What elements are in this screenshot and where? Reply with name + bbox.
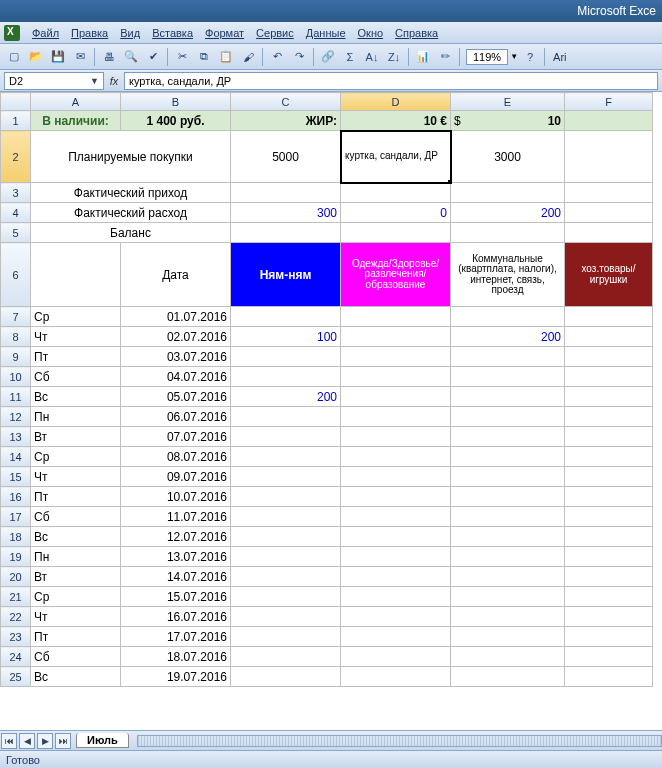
cell[interactable] — [451, 527, 565, 547]
cell[interactable] — [451, 587, 565, 607]
cell[interactable]: 10.07.2016 — [121, 487, 231, 507]
cell[interactable] — [231, 467, 341, 487]
cell[interactable] — [231, 567, 341, 587]
cell[interactable]: 3000 — [451, 131, 565, 183]
cell[interactable]: Фактический расход — [31, 203, 231, 223]
cell[interactable]: Чт — [31, 607, 121, 627]
cell[interactable]: 14.07.2016 — [121, 567, 231, 587]
cell[interactable]: Сб — [31, 647, 121, 667]
cell[interactable]: 16.07.2016 — [121, 607, 231, 627]
col-header-A[interactable]: A — [31, 93, 121, 111]
name-box[interactable]: D2 ▼ — [4, 72, 104, 90]
cell[interactable] — [451, 647, 565, 667]
save-icon[interactable]: 💾 — [48, 47, 68, 67]
cell[interactable] — [565, 307, 653, 327]
print-icon[interactable]: 🖶 — [99, 47, 119, 67]
cell[interactable]: Ср — [31, 307, 121, 327]
cell[interactable]: 10 € — [341, 111, 451, 131]
col-header-B[interactable]: B — [121, 93, 231, 111]
cell[interactable] — [565, 507, 653, 527]
cell[interactable] — [565, 387, 653, 407]
cell[interactable] — [451, 487, 565, 507]
col-header-C[interactable]: C — [231, 93, 341, 111]
preview-icon[interactable]: 🔍 — [121, 47, 141, 67]
cell[interactable] — [231, 587, 341, 607]
cell[interactable] — [231, 427, 341, 447]
cell[interactable] — [231, 627, 341, 647]
cell[interactable]: 11.07.2016 — [121, 507, 231, 527]
zoom-control[interactable]: 119% ▼ — [466, 49, 518, 65]
new-icon[interactable]: ▢ — [4, 47, 24, 67]
row-header[interactable]: 16 — [1, 487, 31, 507]
row-header[interactable]: 8 — [1, 327, 31, 347]
cell[interactable]: 07.07.2016 — [121, 427, 231, 447]
cell[interactable]: Вт — [31, 567, 121, 587]
cell[interactable]: $ 10 — [451, 111, 565, 131]
cell[interactable]: 200 — [451, 203, 565, 223]
cell[interactable]: хоз.товары/игрушки — [565, 243, 653, 307]
col-header-E[interactable]: E — [451, 93, 565, 111]
cell[interactable] — [451, 183, 565, 203]
cell[interactable]: 01.07.2016 — [121, 307, 231, 327]
cell[interactable] — [231, 223, 341, 243]
row-header[interactable]: 14 — [1, 447, 31, 467]
redo-icon[interactable]: ↷ — [289, 47, 309, 67]
sort-asc-icon[interactable]: A↓ — [362, 47, 382, 67]
cell[interactable] — [565, 447, 653, 467]
cell[interactable] — [565, 647, 653, 667]
cell[interactable] — [451, 307, 565, 327]
cell[interactable]: 13.07.2016 — [121, 547, 231, 567]
cut-icon[interactable]: ✂ — [172, 47, 192, 67]
cell[interactable] — [565, 111, 653, 131]
cell[interactable]: Сб — [31, 507, 121, 527]
cell[interactable]: 09.07.2016 — [121, 467, 231, 487]
row-header[interactable]: 9 — [1, 347, 31, 367]
cell[interactable] — [565, 223, 653, 243]
cell[interactable]: 12.07.2016 — [121, 527, 231, 547]
cell[interactable] — [341, 223, 451, 243]
mail-icon[interactable]: ✉ — [70, 47, 90, 67]
cell[interactable] — [341, 567, 451, 587]
cell[interactable] — [451, 347, 565, 367]
cell[interactable]: 1 400 руб. — [121, 111, 231, 131]
menu-data[interactable]: Данные — [300, 25, 352, 41]
cell[interactable] — [451, 567, 565, 587]
cell[interactable] — [341, 307, 451, 327]
cell[interactable] — [231, 307, 341, 327]
cell[interactable] — [231, 347, 341, 367]
menu-help[interactable]: Справка — [389, 25, 444, 41]
row-header[interactable]: 7 — [1, 307, 31, 327]
row-header[interactable]: 19 — [1, 547, 31, 567]
cell[interactable]: 200 — [231, 387, 341, 407]
row-header[interactable]: 5 — [1, 223, 31, 243]
menu-file[interactable]: Файл — [26, 25, 65, 41]
cell[interactable] — [341, 667, 451, 687]
cell[interactable] — [451, 367, 565, 387]
cell[interactable]: 15.07.2016 — [121, 587, 231, 607]
cell[interactable] — [565, 487, 653, 507]
cell[interactable]: Коммунальные (квартплата, налоги), интер… — [451, 243, 565, 307]
cell[interactable] — [231, 547, 341, 567]
drawing-icon[interactable]: ✏ — [435, 47, 455, 67]
row-header[interactable]: 4 — [1, 203, 31, 223]
col-header-D[interactable]: D — [341, 93, 451, 111]
cell[interactable] — [31, 243, 121, 307]
cell[interactable] — [451, 427, 565, 447]
cell[interactable] — [565, 607, 653, 627]
row-header[interactable]: 2 — [1, 131, 31, 183]
row-header[interactable]: 22 — [1, 607, 31, 627]
row-header[interactable]: 18 — [1, 527, 31, 547]
cell[interactable] — [341, 427, 451, 447]
cell[interactable]: 05.07.2016 — [121, 387, 231, 407]
menu-edit[interactable]: Правка — [65, 25, 114, 41]
cell[interactable] — [565, 547, 653, 567]
cell[interactable] — [341, 547, 451, 567]
cell[interactable] — [341, 587, 451, 607]
cell[interactable] — [231, 667, 341, 687]
spell-icon[interactable]: ✔ — [143, 47, 163, 67]
cell[interactable]: 08.07.2016 — [121, 447, 231, 467]
cell[interactable] — [565, 527, 653, 547]
cell[interactable] — [341, 527, 451, 547]
cell[interactable] — [231, 647, 341, 667]
cell[interactable] — [451, 547, 565, 567]
